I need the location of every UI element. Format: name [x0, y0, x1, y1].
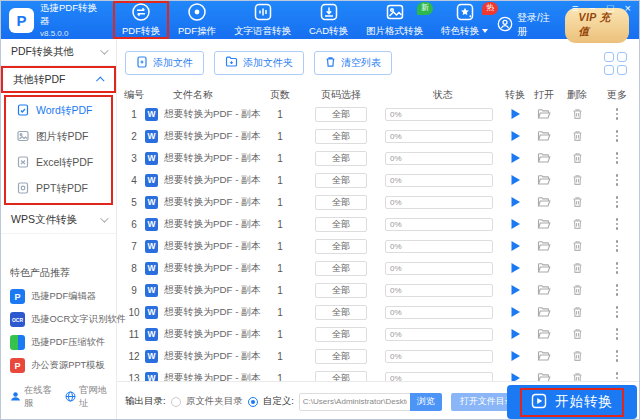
- delete-button[interactable]: [559, 218, 595, 230]
- page-select-button[interactable]: 全部: [315, 151, 367, 166]
- open-folder-button[interactable]: [529, 108, 559, 120]
- open-folder-button[interactable]: [529, 328, 559, 340]
- open-folder-button[interactable]: [529, 284, 559, 296]
- delete-button[interactable]: [559, 108, 595, 120]
- page-select-button[interactable]: 全部: [315, 349, 367, 364]
- more-options-button[interactable]: [595, 218, 639, 230]
- clear-list-button[interactable]: 清空列表: [314, 51, 392, 75]
- page-select-button[interactable]: 全部: [315, 129, 367, 144]
- more-options-button[interactable]: [595, 284, 639, 296]
- delete-button[interactable]: [559, 130, 595, 142]
- more-options-button[interactable]: [595, 262, 639, 274]
- convert-play-button[interactable]: [501, 350, 529, 362]
- nav-pdf-operate[interactable]: PDF操作: [169, 1, 225, 39]
- open-folder-button[interactable]: [529, 152, 559, 164]
- delete-button[interactable]: [559, 262, 595, 274]
- more-options-button[interactable]: [595, 306, 639, 318]
- more-options-button[interactable]: [595, 108, 639, 120]
- delete-button[interactable]: [559, 240, 595, 252]
- page-select-button[interactable]: 全部: [315, 217, 367, 232]
- product-ppt-templates[interactable]: P 办公资源PPT模板: [10, 354, 107, 377]
- product-pdf-editor[interactable]: P 迅捷PDF编辑器: [10, 285, 107, 308]
- convert-play-button[interactable]: [501, 174, 529, 186]
- convert-play-button[interactable]: [501, 218, 529, 230]
- page-select-button[interactable]: 全部: [315, 261, 367, 276]
- open-folder-button[interactable]: [529, 174, 559, 186]
- website-link[interactable]: 官网地址: [65, 384, 107, 410]
- login-register-button[interactable]: 登录/注册: [497, 11, 551, 39]
- menu-button[interactable]: ≡: [572, 3, 578, 14]
- sidebar-item-word-to-pdf[interactable]: Word转PDF: [6, 98, 111, 124]
- page-select-button[interactable]: 全部: [315, 327, 367, 342]
- convert-play-button[interactable]: [501, 196, 529, 208]
- open-folder-button[interactable]: [529, 196, 559, 208]
- close-button[interactable]: ×: [625, 3, 631, 14]
- more-options-button[interactable]: [595, 240, 639, 252]
- radio-custom-label[interactable]: 自定义:: [263, 395, 294, 408]
- nav-image-format-convert[interactable]: 新 图片格式转换: [357, 1, 432, 39]
- output-path-input[interactable]: [299, 393, 411, 411]
- page-select-button[interactable]: 全部: [315, 239, 367, 254]
- delete-button[interactable]: [559, 196, 595, 208]
- more-options-button[interactable]: [595, 350, 639, 362]
- open-folder-button[interactable]: [529, 218, 559, 230]
- open-folder-button[interactable]: [529, 130, 559, 142]
- browse-button[interactable]: 浏览: [410, 393, 442, 411]
- more-options-button[interactable]: [595, 152, 639, 164]
- sidebar-section-pdf-to-other[interactable]: PDF转换其他: [1, 39, 116, 66]
- convert-play-button[interactable]: [501, 328, 529, 340]
- open-folder-button[interactable]: [529, 240, 559, 252]
- grid-view-icon[interactable]: [604, 52, 627, 75]
- delete-button[interactable]: [559, 306, 595, 318]
- more-options-button[interactable]: [595, 130, 639, 142]
- open-folder-button[interactable]: [529, 372, 559, 381]
- sidebar-item-ppt-to-pdf[interactable]: PPT转PDF: [6, 176, 111, 202]
- convert-play-button[interactable]: [501, 306, 529, 318]
- convert-play-button[interactable]: [501, 152, 529, 164]
- start-convert-button[interactable]: 开始转换: [507, 385, 637, 419]
- delete-button[interactable]: [559, 284, 595, 296]
- radio-original-label[interactable]: 原文件夹目录: [186, 395, 243, 408]
- maximize-button[interactable]: □: [607, 3, 614, 14]
- sidebar-section-other-to-pdf[interactable]: 其他转PDF: [1, 66, 116, 93]
- convert-play-button[interactable]: [501, 372, 529, 381]
- page-select-button[interactable]: 全部: [315, 107, 367, 122]
- radio-custom[interactable]: [248, 397, 258, 407]
- more-options-button[interactable]: [595, 196, 639, 208]
- delete-button[interactable]: [559, 372, 595, 381]
- sidebar-item-image-to-pdf[interactable]: 图片转PDF: [6, 124, 111, 150]
- product-ocr-software[interactable]: OCR 迅捷OCR文字识别软件: [10, 308, 107, 331]
- more-options-button[interactable]: [595, 328, 639, 340]
- radio-original-folder[interactable]: [171, 397, 181, 407]
- nav-cad-convert[interactable]: CAD转换: [300, 1, 357, 39]
- sidebar-section-wps[interactable]: WPS文件转换: [1, 207, 116, 234]
- nav-pdf-convert[interactable]: PDF转换: [113, 1, 169, 39]
- more-options-button[interactable]: [595, 372, 639, 381]
- minimize-button[interactable]: −: [589, 3, 595, 14]
- page-select-button[interactable]: 全部: [315, 173, 367, 188]
- sidebar-item-excel-to-pdf[interactable]: Excel转PDF: [6, 150, 111, 176]
- nav-special-convert[interactable]: 热 特色转换: [432, 1, 497, 39]
- convert-play-button[interactable]: [501, 108, 529, 120]
- open-folder-button[interactable]: [529, 350, 559, 362]
- delete-button[interactable]: [559, 152, 595, 164]
- delete-button[interactable]: [559, 350, 595, 362]
- page-select-button[interactable]: 全部: [315, 283, 367, 298]
- more-options-button[interactable]: [595, 174, 639, 186]
- page-select-button[interactable]: 全部: [315, 371, 367, 382]
- online-service-link[interactable]: 在线客服: [10, 384, 52, 410]
- nav-text-speech-convert[interactable]: 文字语音转换: [225, 1, 300, 39]
- open-folder-button[interactable]: [529, 306, 559, 318]
- open-folder-button[interactable]: [529, 262, 559, 274]
- delete-button[interactable]: [559, 174, 595, 186]
- product-pdf-compressor[interactable]: 迅捷PDF压缩软件: [10, 331, 107, 354]
- add-folder-button[interactable]: 添加文件夹: [214, 51, 304, 75]
- page-select-button[interactable]: 全部: [315, 305, 367, 320]
- add-file-button[interactable]: 添加文件: [125, 51, 204, 75]
- delete-button[interactable]: [559, 328, 595, 340]
- page-select-button[interactable]: 全部: [315, 195, 367, 210]
- convert-play-button[interactable]: [501, 240, 529, 252]
- convert-play-button[interactable]: [501, 130, 529, 142]
- convert-play-button[interactable]: [501, 262, 529, 274]
- convert-play-button[interactable]: [501, 284, 529, 296]
